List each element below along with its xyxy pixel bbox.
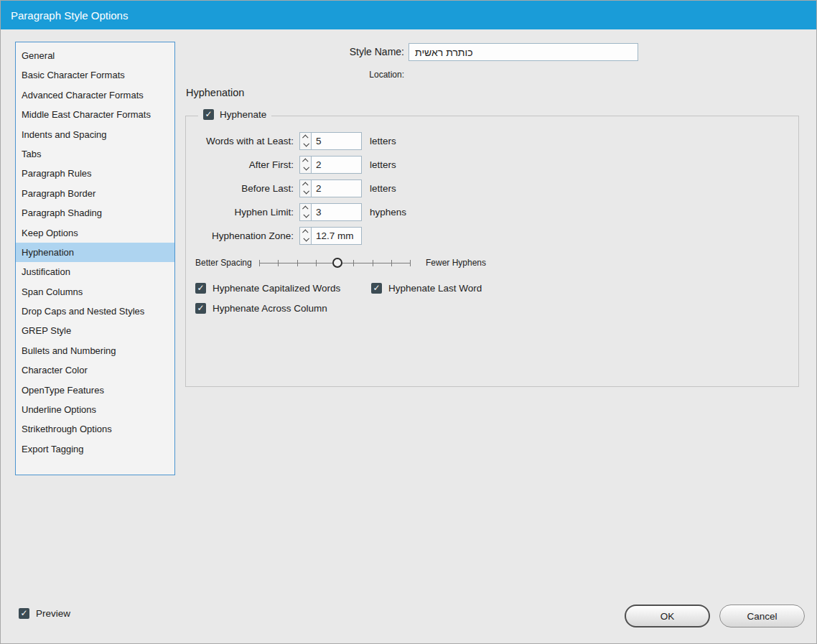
hyphenate-last-word-item: Hyphenate Last Word — [371, 283, 482, 294]
slider-tick — [353, 260, 354, 266]
stepper-up-icon — [302, 158, 308, 164]
slider-tick — [373, 260, 373, 266]
hyphenate-last-word-checkbox[interactable] — [371, 283, 382, 294]
hyphenation-groupbox: Hyphenate Words with at Least: letters A… — [185, 116, 799, 387]
slider-handle[interactable] — [332, 258, 342, 268]
window-title: Paragraph Style Options — [11, 9, 128, 22]
slider-tick — [391, 260, 392, 266]
hyphenate-capitalized-item: Hyphenate Capitalized Words — [195, 283, 371, 294]
before-last-unit: letters — [370, 183, 396, 194]
field-row-before-last: Before Last: letters — [186, 179, 798, 197]
hyphenate-capitalized-checkbox[interactable] — [195, 283, 206, 294]
hyphenate-across-column-item: Hyphenate Across Column — [195, 303, 327, 314]
slider-tick — [278, 260, 279, 266]
slider-right-label: Fewer Hyphens — [426, 258, 486, 268]
hyphenation-slider-row: Better Spacing Fewer Hyphens — [186, 256, 798, 269]
hyphenate-across-column-checkbox[interactable] — [195, 303, 206, 314]
sidebar-item-general[interactable]: General — [16, 46, 174, 65]
hyphen-limit-stepper[interactable] — [299, 203, 312, 221]
sidebar-item-paragraph-shading[interactable]: Paragraph Shading — [16, 203, 174, 223]
stepper-up-icon — [302, 205, 308, 211]
hyphenation-slider-track[interactable] — [259, 257, 410, 269]
location-label: Location: — [302, 70, 404, 80]
field-row-hyphenation-zone: Hyphenation Zone: — [186, 227, 798, 244]
before-last-stepper[interactable] — [299, 179, 312, 197]
sidebar-item-bullets-and-numbering[interactable]: Bullets and Numbering — [16, 341, 174, 360]
words-min-input[interactable] — [312, 132, 362, 150]
before-last-input[interactable] — [312, 179, 362, 197]
style-name-input[interactable] — [408, 43, 638, 61]
after-first-input[interactable] — [312, 156, 362, 174]
field-row-after-first: After First: letters — [186, 156, 798, 173]
hyphen-limit-label: Hyphen Limit: — [186, 207, 294, 218]
after-first-label: After First: — [186, 159, 294, 170]
sidebar-item-character-color[interactable]: Character Color — [16, 360, 174, 380]
style-name-label: Style Name: — [302, 46, 404, 57]
paragraph-style-options-dialog: Paragraph Style Options GeneralBasic Cha… — [0, 0, 817, 644]
slider-tick — [316, 260, 317, 266]
before-last-label: Before Last: — [186, 183, 294, 194]
sidebar-item-tabs[interactable]: Tabs — [16, 144, 174, 164]
stepper-down-icon — [303, 141, 309, 146]
field-row-hyphen-limit: Hyphen Limit: hyphens — [186, 203, 798, 220]
after-first-unit: letters — [370, 159, 396, 170]
cancel-button[interactable]: Cancel — [719, 605, 805, 627]
preview-checkbox[interactable] — [19, 608, 29, 619]
sidebar-item-indents-and-spacing[interactable]: Indents and Spacing — [16, 125, 174, 144]
panel-title: Hyphenation — [186, 87, 244, 98]
sidebar-item-export-tagging[interactable]: Export Tagging — [16, 439, 174, 459]
sidebar-item-paragraph-rules[interactable]: Paragraph Rules — [16, 164, 174, 183]
hyphen-limit-unit: hyphens — [370, 207, 406, 218]
stepper-down-icon — [303, 164, 309, 170]
hyphen-limit-input[interactable] — [312, 203, 362, 221]
hyphenate-legend: Hyphenate — [198, 109, 271, 120]
sidebar-item-hyphenation[interactable]: Hyphenation — [16, 243, 174, 262]
hyphenate-label: Hyphenate — [220, 109, 266, 120]
stepper-up-icon — [302, 182, 308, 187]
words-min-stepper[interactable] — [299, 132, 312, 150]
title-bar: Paragraph Style Options — [1, 1, 816, 29]
ok-button[interactable]: OK — [625, 605, 710, 627]
stepper-down-icon — [303, 235, 309, 241]
stepper-up-icon — [302, 134, 308, 140]
slider-tick — [259, 260, 260, 266]
hyphenate-last-word-label: Hyphenate Last Word — [388, 283, 482, 294]
words-min-label: Words with at Least: — [186, 136, 294, 146]
sidebar-item-middle-east-character-formats[interactable]: Middle East Character Formats — [16, 105, 174, 124]
stepper-down-icon — [303, 188, 309, 194]
sidebar-item-keep-options[interactable]: Keep Options — [16, 223, 174, 243]
stepper-up-icon — [302, 229, 308, 235]
preview-item: Preview — [19, 608, 70, 619]
slider-tick — [297, 260, 298, 266]
sidebar-item-opentype-features[interactable]: OpenType Features — [16, 381, 174, 400]
sidebar-item-grep-style[interactable]: GREP Style — [16, 321, 174, 340]
sidebar-item-strikethrough-options[interactable]: Strikethrough Options — [16, 419, 174, 439]
sidebar-item-advanced-character-formats[interactable]: Advanced Character Formats — [16, 85, 174, 105]
hyphenation-zone-input[interactable] — [312, 227, 362, 245]
sidebar-item-drop-caps-and-nested-styles[interactable]: Drop Caps and Nested Styles — [16, 302, 174, 321]
slider-tick — [410, 260, 411, 266]
after-first-stepper[interactable] — [299, 156, 312, 174]
hyphenate-checkbox[interactable] — [203, 109, 214, 120]
preview-label: Preview — [36, 608, 70, 619]
hyphenation-zone-label: Hyphenation Zone: — [186, 230, 294, 241]
sidebar-list: GeneralBasic Character FormatsAdvanced C… — [15, 42, 175, 475]
sidebar-item-underline-options[interactable]: Underline Options — [16, 400, 174, 419]
hyphenation-zone-stepper[interactable] — [299, 227, 312, 245]
checkbox-row-2: Hyphenate Across Column — [186, 303, 798, 314]
stepper-down-icon — [303, 212, 309, 218]
slider-left-label: Better Spacing — [195, 258, 253, 268]
hyphenate-across-column-label: Hyphenate Across Column — [213, 303, 327, 314]
sidebar-item-basic-character-formats[interactable]: Basic Character Formats — [16, 65, 174, 85]
checkbox-row-1: Hyphenate Capitalized Words Hyphenate La… — [186, 283, 798, 294]
hyphenate-capitalized-label: Hyphenate Capitalized Words — [213, 283, 340, 294]
sidebar-item-paragraph-border[interactable]: Paragraph Border — [16, 184, 174, 203]
field-row-words-min: Words with at Least: letters — [186, 132, 798, 149]
words-min-unit: letters — [370, 136, 396, 146]
sidebar-item-span-columns[interactable]: Span Columns — [16, 282, 174, 302]
sidebar-item-justification[interactable]: Justification — [16, 262, 174, 281]
